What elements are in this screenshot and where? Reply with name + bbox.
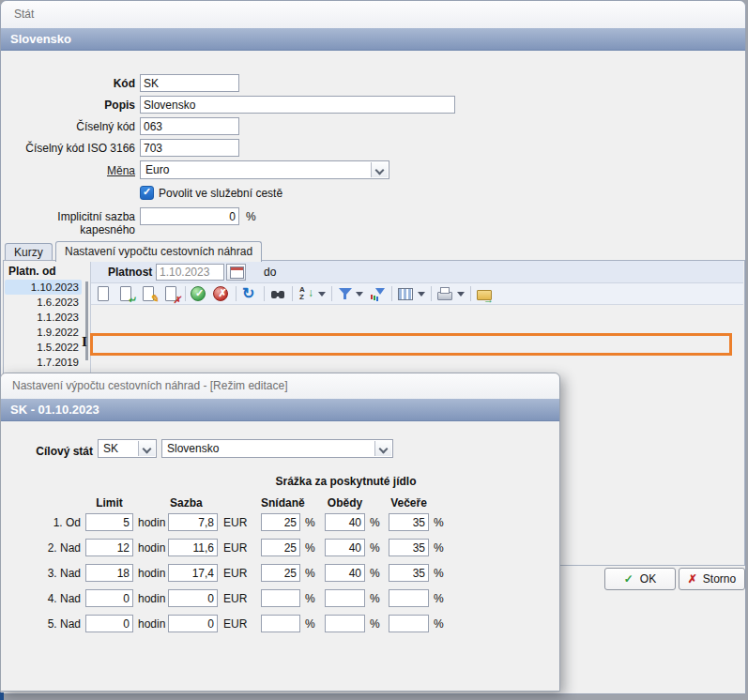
row-label: 4. Nad (29, 592, 81, 605)
storno-button[interactable]: ✗Storno (679, 568, 745, 590)
columns-icon[interactable] (397, 285, 414, 302)
toolbar-separator (470, 286, 471, 301)
mena-select[interactable]: Euro (140, 160, 389, 179)
validity-date-item[interactable]: 1.5.2022 (5, 340, 82, 355)
limit-input[interactable] (85, 539, 133, 556)
columns-dropdown-icon[interactable] (418, 292, 425, 297)
tab-kurzy[interactable]: Kurzy (5, 243, 53, 262)
vecere-input[interactable] (389, 513, 429, 531)
percent-unit: % (434, 541, 444, 555)
kod-label: Kód (1, 77, 135, 90)
validity-date-item[interactable]: 1.9.2022 (5, 325, 82, 340)
cilovy-stat-name-select[interactable]: Slovensko (161, 439, 393, 458)
compensation-row: 1. Od hodin EUR % % % (1, 513, 561, 539)
tab-nastaveni-nahrad[interactable]: Nastavení vypočtu cestovních náhrad (55, 241, 262, 262)
new-record-icon[interactable] (95, 285, 112, 302)
iso-kod-input[interactable] (140, 139, 239, 157)
compensation-rows: 1. Od hodin EUR % % % 2. Nad hodin EUR %… (1, 513, 561, 640)
validity-date-item[interactable]: 1.1.2023 (5, 310, 82, 325)
validity-date-item[interactable]: 1.6.2023 (5, 295, 82, 310)
ok-button[interactable]: ✓OK (604, 568, 676, 590)
snidane-column-label: Snídaně (261, 496, 300, 510)
cilovy-stat-code-select[interactable]: SK (98, 439, 157, 458)
vecere-input[interactable] (389, 589, 429, 607)
validity-date-item[interactable]: 1.10.2023 (5, 280, 82, 295)
kapesne-input[interactable] (140, 207, 239, 225)
check-icon: ✓ (624, 572, 634, 586)
obedy-column-label: Obědy (325, 496, 365, 510)
snidane-input[interactable] (261, 615, 300, 632)
limit-column-label: Limit (85, 496, 133, 510)
obedy-input[interactable] (325, 589, 365, 607)
percent-unit: % (305, 617, 315, 631)
row-label: 5. Nad (29, 617, 81, 631)
dialog-title: Nastavení výpočtu cestovních náhrad - [R… (12, 379, 287, 392)
print-dropdown-icon[interactable] (457, 292, 465, 297)
sazba-input[interactable] (168, 615, 218, 632)
percent-unit: % (434, 516, 444, 529)
percent-unit: % (305, 516, 315, 529)
confirm-icon[interactable] (191, 286, 206, 301)
toolbar-separator (185, 286, 186, 301)
row-label: 2. Nad (29, 541, 81, 555)
sazba-input[interactable] (168, 589, 218, 607)
vecere-input[interactable] (389, 564, 429, 582)
limit-input[interactable] (85, 564, 133, 582)
platnost-od-date-input[interactable] (156, 264, 224, 281)
limit-input[interactable] (85, 589, 133, 607)
compensation-row: 3. Nad hodin EUR % % % (1, 564, 561, 589)
highlight-box-selected-row (90, 333, 732, 356)
snidane-input[interactable] (261, 564, 300, 582)
export-icon[interactable] (476, 285, 493, 302)
cancel-icon[interactable] (213, 286, 228, 301)
chevron-down-icon[interactable] (371, 162, 388, 177)
chevron-down-icon[interactable] (374, 441, 391, 456)
obedy-input[interactable] (325, 564, 365, 582)
chevron-down-icon[interactable] (138, 441, 155, 456)
toolbar-separator (236, 286, 237, 301)
refresh-icon[interactable] (241, 285, 258, 302)
percent-unit: % (305, 541, 315, 555)
filter-icon[interactable] (337, 285, 354, 302)
edit-dialog: Nastavení výpočtu cestovních náhrad - [R… (0, 373, 560, 692)
popis-input[interactable] (140, 96, 455, 114)
vecere-input[interactable] (389, 615, 429, 632)
sort-az-icon[interactable] (298, 285, 314, 302)
obedy-input[interactable] (325, 513, 365, 531)
toolbar-separator (331, 286, 332, 301)
window-titlebar[interactable]: Stát (1, 1, 745, 29)
percent-unit: % (370, 592, 380, 605)
delete-record-icon[interactable]: ✗ (162, 285, 179, 302)
obedy-input[interactable] (325, 539, 365, 556)
sazba-input[interactable] (168, 539, 218, 556)
dialog-titlebar[interactable]: Nastavení výpočtu cestovních náhrad - [R… (1, 373, 559, 400)
mena-label[interactable]: Měna (1, 164, 135, 177)
advanced-filter-icon[interactable] (369, 285, 386, 302)
limit-input[interactable] (85, 513, 133, 531)
percent-unit: % (434, 592, 444, 605)
cilovy-stat-name-value: Slovensko (167, 442, 219, 455)
calendar-icon[interactable] (226, 264, 246, 281)
edit-record-icon[interactable]: ✎ (140, 285, 157, 302)
snidane-input[interactable] (261, 589, 300, 607)
filter-dropdown-icon[interactable] (356, 292, 363, 297)
validity-date-item[interactable]: 1.7.2019 (5, 355, 82, 370)
kod-input[interactable] (140, 74, 239, 92)
sazba-input[interactable] (168, 513, 218, 531)
ciselny-kod-input[interactable] (140, 117, 239, 135)
sort-dropdown-icon[interactable] (318, 292, 326, 297)
copy-record-icon[interactable]: ↵ (117, 285, 134, 302)
print-icon[interactable] (436, 285, 453, 302)
ciselny-kod-label: Číselný kód (1, 120, 135, 133)
povolit-checkbox[interactable] (140, 186, 154, 200)
limit-input[interactable] (85, 615, 133, 632)
platnost-column-header[interactable]: Platn. od (8, 265, 56, 278)
sazba-input[interactable] (168, 564, 218, 582)
snidane-input[interactable] (261, 539, 300, 556)
snidane-input[interactable] (261, 513, 300, 531)
percent-unit: % (434, 567, 444, 580)
search-icon[interactable] (269, 285, 286, 302)
vecere-input[interactable] (389, 539, 429, 556)
obedy-input[interactable] (325, 615, 365, 632)
toolbar-separator (264, 286, 265, 301)
